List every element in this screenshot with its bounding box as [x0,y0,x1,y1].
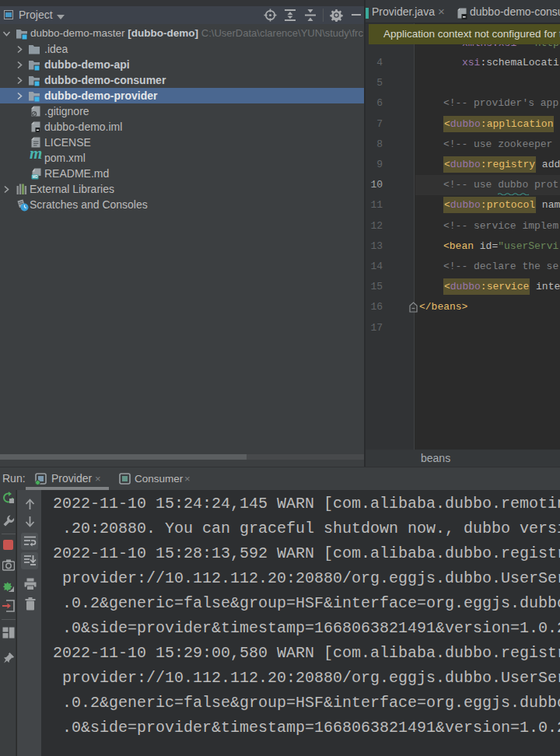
svg-text:MD: MD [32,175,38,179]
